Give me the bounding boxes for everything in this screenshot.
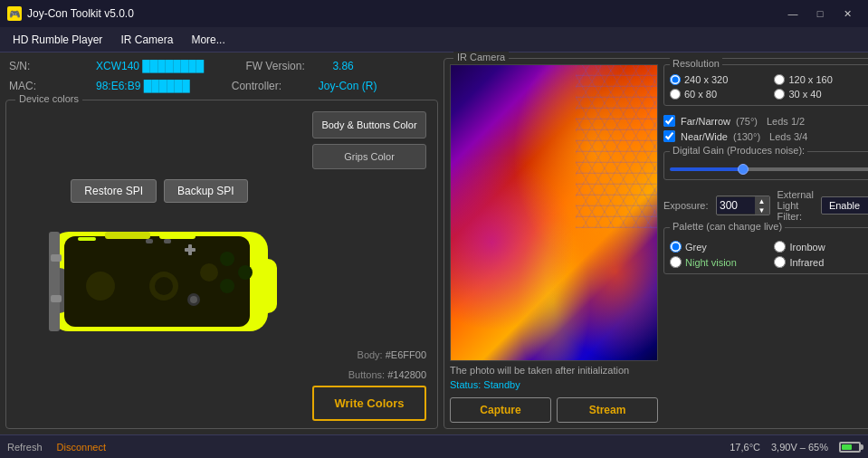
capture-button[interactable]: Capture xyxy=(450,397,551,423)
exposure-down-button[interactable]: ▼ xyxy=(755,205,769,215)
svg-rect-3 xyxy=(49,232,60,331)
far-narrow-leds: Leds 1/2 xyxy=(767,116,805,127)
svg-point-8 xyxy=(200,263,218,281)
sn-label: S/N: xyxy=(9,60,81,72)
palette-ironbow-input[interactable] xyxy=(774,241,786,253)
menu-more[interactable]: More... xyxy=(182,30,234,50)
battery-icon xyxy=(839,442,861,453)
far-narrow-checkbox[interactable] xyxy=(663,115,675,127)
grips-color-button[interactable]: Grips Color xyxy=(312,144,426,169)
stream-button[interactable]: Stream xyxy=(557,397,658,423)
maximize-button[interactable]: □ xyxy=(806,0,834,27)
backup-spi-button[interactable]: Backup SPI xyxy=(164,179,248,203)
ext-light-select[interactable]: Enable Disable xyxy=(821,196,868,215)
main-content: S/N: XCW140 ████████ FW Version: 3.86 MA… xyxy=(0,52,868,434)
svg-point-9 xyxy=(220,252,234,266)
menu-hd-rumble[interactable]: HD Rumble Player xyxy=(4,30,111,50)
resolution-120x160-label: 120 x 160 xyxy=(788,74,832,85)
sn-value: XCW140 ████████ xyxy=(96,60,204,72)
camera-settings: Resolution 240 x 320 120 x 160 60 x 8 xyxy=(663,64,868,423)
fw-value: 3.86 xyxy=(332,60,353,72)
svg-rect-18 xyxy=(146,239,153,243)
refresh-link[interactable]: Refresh xyxy=(7,442,43,453)
app-title: Joy-Con Toolkit v5.0.0 xyxy=(27,7,779,20)
resolution-120x160-input[interactable] xyxy=(774,74,785,85)
device-colors-legend: Device colors xyxy=(15,93,82,104)
far-narrow-label: Far/Narrow xyxy=(681,116,730,127)
buttons-hex-info: Buttons: #142800 xyxy=(312,369,426,380)
ir-camera-panel: IR Camera The photo will be taken after … xyxy=(444,58,868,429)
near-wide-checkbox[interactable] xyxy=(663,130,675,142)
exposure-row: Exposure: ▲ ▼ External Light Filter: Ena… xyxy=(663,189,868,222)
palette-group: Palette (can change live) Grey Ironbow xyxy=(663,227,868,274)
device-colors-inner: Restore SPI Backup SPI xyxy=(14,108,430,421)
digital-gain-group: Digital Gain (Produces noise): xyxy=(663,151,868,180)
palette-grey[interactable]: Grey xyxy=(670,241,770,253)
app-icon: 🎮 xyxy=(7,6,22,21)
camera-image xyxy=(450,64,658,361)
capture-row: Capture Stream xyxy=(450,397,658,423)
resolution-240x320[interactable]: 240 x 320 xyxy=(670,74,770,85)
near-wide-leds: Leds 3/4 xyxy=(769,131,807,142)
far-narrow-angle: (75°) xyxy=(736,116,758,127)
camera-status: Status: Standby xyxy=(450,379,658,390)
sn-row: S/N: XCW140 ████████ FW Version: 3.86 xyxy=(5,58,438,74)
palette-ironbow-label: Ironbow xyxy=(789,242,825,253)
svg-rect-20 xyxy=(105,232,150,239)
svg-point-10 xyxy=(238,265,253,280)
svg-point-17 xyxy=(190,296,197,303)
near-wide-row: Near/Wide (130°) Leds 3/4 xyxy=(663,129,868,144)
window-controls: — □ ✕ xyxy=(779,0,861,27)
fw-label: FW Version: xyxy=(245,60,318,72)
palette-options: Grey Ironbow Night vision Infrared xyxy=(670,241,868,268)
status-left: Refresh Disconnect xyxy=(7,442,715,453)
resolution-legend: Resolution xyxy=(670,58,722,69)
camera-photo-note: The photo will be taken after initializa… xyxy=(450,365,658,376)
svg-point-13 xyxy=(155,277,173,295)
palette-night[interactable]: Night vision xyxy=(670,256,770,268)
resolution-30x40-input[interactable] xyxy=(774,89,785,100)
resolution-240x320-label: 240 x 320 xyxy=(684,74,728,85)
ext-light-label: External Light Filter: xyxy=(777,189,814,222)
resolution-60x80[interactable]: 60 x 80 xyxy=(670,89,770,100)
write-colors-button[interactable]: Write Colors xyxy=(312,386,426,421)
voltage-display: 3,90V – 65% xyxy=(771,442,828,453)
resolution-240x320-input[interactable] xyxy=(670,74,681,85)
svg-point-5 xyxy=(86,272,115,301)
body-buttons-color-button[interactable]: Body & Buttons Color xyxy=(312,111,426,138)
resolution-120x160[interactable]: 120 x 160 xyxy=(774,74,868,85)
menu-ir-camera[interactable]: IR Camera xyxy=(111,30,182,50)
controller-value: Joy-Con (R) xyxy=(319,80,377,92)
digital-gain-slider[interactable] xyxy=(670,167,868,171)
device-colors-panel: Device colors Restore SPI Backup SPI xyxy=(5,100,438,429)
exposure-input[interactable] xyxy=(717,197,755,214)
far-narrow-row: Far/Narrow (75°) Leds 1/2 xyxy=(663,113,868,129)
minimize-button[interactable]: — xyxy=(779,0,806,27)
exposure-up-button[interactable]: ▲ xyxy=(755,196,769,205)
close-button[interactable]: ✕ xyxy=(834,0,861,27)
palette-night-input[interactable] xyxy=(670,256,682,268)
disconnect-link[interactable]: Disconnect xyxy=(57,442,106,453)
resolution-60x80-label: 60 x 80 xyxy=(684,89,717,100)
svg-rect-22 xyxy=(78,237,96,241)
palette-grey-label: Grey xyxy=(685,242,707,253)
svg-rect-6 xyxy=(51,254,62,262)
palette-night-label: Night vision xyxy=(685,257,737,268)
svg-point-11 xyxy=(220,279,234,293)
palette-infrared-input[interactable] xyxy=(774,256,786,268)
temperature-display: 17,6°C xyxy=(730,442,760,453)
svg-rect-21 xyxy=(159,232,196,239)
leds-group: Far/Narrow (75°) Leds 1/2 Near/Wide (130… xyxy=(663,111,868,146)
palette-grey-input[interactable] xyxy=(670,241,682,253)
svg-rect-15 xyxy=(188,244,192,255)
exposure-label: Exposure: xyxy=(663,200,709,211)
resolution-30x40[interactable]: 30 x 40 xyxy=(774,89,868,100)
palette-ironbow[interactable]: Ironbow xyxy=(774,241,868,253)
digital-gain-legend: Digital Gain (Produces noise): xyxy=(670,145,807,156)
restore-spi-button[interactable]: Restore SPI xyxy=(71,179,157,203)
resolution-60x80-input[interactable] xyxy=(670,89,681,100)
exposure-spin-buttons: ▲ ▼ xyxy=(755,196,769,215)
menubar: HD Rumble Player IR Camera More... xyxy=(0,27,868,52)
resolution-30x40-label: 30 x 40 xyxy=(788,89,821,100)
palette-infrared[interactable]: Infrared xyxy=(774,256,868,268)
